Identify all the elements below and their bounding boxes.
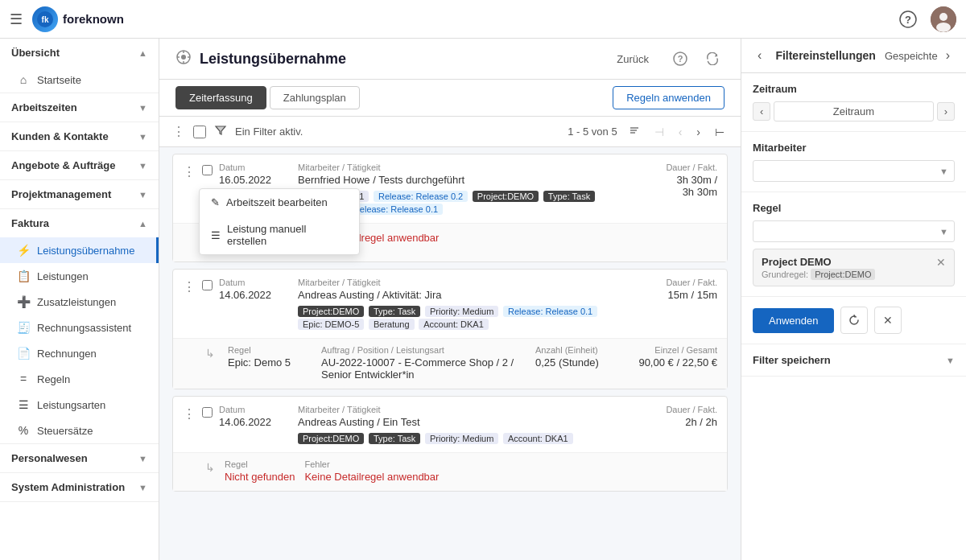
sidebar-item-label: Startseite	[37, 74, 81, 86]
panel-left-arrow-button[interactable]: ‹	[753, 47, 766, 64]
zeitraum-display[interactable]: Zeitraum	[774, 101, 933, 121]
filter-chip-rule: Grundregel: Project:DEMO	[762, 270, 875, 279]
tags-container: Project:DEMO Type: Task Priority: Medium…	[298, 431, 638, 444]
table-content: ⋮ ✎ Arbeitszeit bearbeiten ☰ Leistung ma…	[159, 147, 741, 560]
create-icon: ☰	[211, 229, 221, 241]
context-menu-label: Leistung manuell erstellen	[227, 223, 348, 247]
sidebar-item-steuersaetze[interactable]: % Steuersätze	[0, 418, 159, 443]
sidebar-section-header-projektmanagement[interactable]: Projektmanagement ▼	[0, 180, 159, 208]
help-icon[interactable]: ?	[895, 6, 921, 32]
last-page-button[interactable]: ⊢	[712, 124, 728, 140]
zeitraum-next-button[interactable]: ›	[937, 102, 955, 121]
refresh-icon[interactable]	[700, 47, 724, 71]
svg-text:?: ?	[678, 54, 683, 64]
zusatzleistungen-icon: ➕	[16, 295, 31, 308]
tab-zeiterfassung[interactable]: Zeiterfassung	[175, 86, 266, 109]
sidebar-section-header-arbeitszeiten[interactable]: Arbeitszeiten ▼	[0, 93, 159, 121]
sidebar-item-rechnungen[interactable]: 📄 Rechnungen	[0, 340, 159, 366]
clear-button[interactable]: ✕	[874, 307, 902, 334]
prev-page-button[interactable]: ‹	[675, 124, 686, 140]
tag: Project:DEMO	[298, 306, 364, 317]
sidebar-item-zusatzleistungen[interactable]: ➕ Zusatzleistungen	[0, 289, 159, 315]
sort-icon[interactable]	[625, 123, 643, 140]
hamburger-icon[interactable]: ☰	[10, 10, 23, 28]
context-create-leistung[interactable]: ☰ Leistung manuell erstellen	[200, 216, 359, 254]
table-row: ⋮ ✎ Arbeitszeit bearbeiten ☰ Leistung ma…	[172, 154, 728, 262]
sidebar-item-startseite[interactable]: ⌂ Startseite	[0, 67, 159, 93]
help-circle-icon[interactable]: ?	[668, 47, 692, 71]
panel-section-mitarbeiter: Mitarbeiter ▼	[741, 132, 966, 192]
sidebar-item-leistungsarten[interactable]: ☰ Leistungsarten	[0, 392, 159, 418]
first-page-button[interactable]: ⊣	[651, 124, 667, 140]
select-all-checkbox[interactable]	[193, 126, 206, 138]
filter-options-icon[interactable]: ⋮	[172, 124, 185, 139]
back-button[interactable]: Zurück	[605, 48, 660, 70]
sidebar-item-label: Zusatzleistungen	[37, 296, 116, 308]
sidebar-item-rechnungsassistent[interactable]: 🧾 Rechnungsassistent	[0, 315, 159, 340]
tag: Project:DEMO	[473, 191, 539, 202]
row-dots-icon[interactable]: ⋮	[183, 406, 196, 422]
sidebar-section-header-kunden[interactable]: Kunden & Kontakte ▼	[0, 122, 159, 150]
sidebar-item-label: Regeln	[37, 373, 70, 385]
regel-select[interactable]	[753, 220, 955, 242]
sub-auftrag-label: Auftrag / Position / Leistungsart	[321, 345, 522, 355]
reset-button[interactable]	[840, 307, 868, 334]
sidebar-section-faktura: Faktura ▲ ⚡ Leistungsübernahme 📋 Leistun…	[0, 209, 159, 444]
sidebar-section-header-uebersicht[interactable]: Übersicht ▲	[0, 39, 159, 67]
sub-fehler-col: Fehler Keine Detailregel anwendbar	[304, 459, 717, 483]
sub-einzel-label: Einzel / Gesamt	[629, 345, 717, 355]
mitarbeiter-select[interactable]	[753, 160, 955, 182]
regel-select-wrap: ▼	[753, 220, 955, 242]
avatar[interactable]	[931, 6, 956, 32]
filter-chip-tag: Project:DEMO	[811, 269, 875, 280]
sidebar-section-header-angebote[interactable]: Angebote & Aufträge ▼	[0, 151, 159, 179]
tag: Priority: Medium	[425, 306, 498, 317]
dauer-label: Dauer / Fakt.	[645, 278, 717, 287]
zeitraum-prev-button[interactable]: ‹	[753, 102, 770, 121]
tab-zahlungsplan[interactable]: Zahlungsplan	[270, 86, 360, 109]
row-main: ⋮ Datum 14.06.2022 Mitarbeiter / Tätigke…	[173, 397, 727, 452]
filter-chip-close-button[interactable]: ✕	[936, 256, 946, 269]
dauer-value: 15m / 15m	[645, 289, 717, 301]
sidebar-item-leistungen[interactable]: 📋 Leistungen	[0, 263, 159, 289]
sub-regel-value: Epic: Demo 5	[228, 356, 308, 369]
sub-regel-col: Regel Nicht gefunden	[225, 459, 295, 483]
sidebar-section-label: Personalwesen	[11, 452, 88, 464]
sidebar: Übersicht ▲ ⌂ Startseite Arbeitszeiten ▼…	[0, 39, 159, 560]
sidebar-section-systemadmin: System Administration ▼	[0, 473, 159, 502]
panel-right-arrow-button[interactable]: ›	[941, 47, 955, 64]
filter-save-section[interactable]: Filter speichern ▼	[741, 344, 966, 377]
row-dots-icon[interactable]: ⋮	[183, 279, 196, 294]
row-dots-icon[interactable]: ⋮ ✎ Arbeitszeit bearbeiten ☰ Leistung ma…	[183, 164, 196, 179]
sidebar-section-header-systemadmin[interactable]: System Administration ▼	[0, 473, 159, 501]
row-checkbox[interactable]	[202, 165, 213, 175]
context-edit-arbeitszeit[interactable]: ✎ Arbeitszeit bearbeiten	[200, 189, 359, 216]
sidebar-item-label: Leistungen	[37, 270, 89, 282]
apply-rules-button[interactable]: Regeln anwenden	[613, 86, 724, 109]
panel-section-zeitraum: Zeitraum ‹ Zeitraum ›	[741, 73, 966, 132]
filter-funnel-icon[interactable]	[214, 124, 227, 139]
row-right: Dauer / Fakt. 3h 30m / 3h 30m	[645, 163, 717, 198]
row-checkbox[interactable]	[202, 280, 213, 290]
row-checkbox[interactable]	[202, 407, 213, 418]
mitarbeiter-select-wrap: ▼	[753, 160, 955, 182]
row-middle: Mitarbeiter / Tätigkeit Andreas Austing …	[298, 405, 638, 444]
sidebar-item-regeln[interactable]: = Regeln	[0, 366, 159, 392]
leistungsuebernahme-icon: ⚡	[16, 244, 31, 257]
date-label: Datum	[219, 278, 291, 287]
apply-button[interactable]: Anwenden	[753, 308, 834, 333]
date-value: 14.06.2022	[219, 416, 291, 428]
sidebar-item-leistungsuebernahme[interactable]: ⚡ Leistungsübernahme	[0, 237, 159, 263]
tag: Account: DKA1	[503, 433, 573, 444]
filter-chip-title: Project DEMO	[762, 256, 875, 268]
chevron-down-icon: ▼	[138, 132, 147, 142]
panel-apply-section: Anwenden ✕	[741, 297, 966, 344]
sub-regel-label: Regel	[228, 345, 308, 355]
sidebar-section-header-personalwesen[interactable]: Personalwesen ▼	[0, 444, 159, 472]
next-page-button[interactable]: ›	[693, 124, 704, 140]
sub-anzahl-label: Anzahl (Einheit)	[535, 345, 616, 355]
panel-mitarbeiter-title: Mitarbeiter	[753, 142, 955, 154]
sidebar-section-header-faktura[interactable]: Faktura ▲	[0, 209, 159, 237]
dauer-value: 3h 30m /	[645, 174, 717, 186]
chevron-up-icon: ▲	[138, 219, 147, 229]
